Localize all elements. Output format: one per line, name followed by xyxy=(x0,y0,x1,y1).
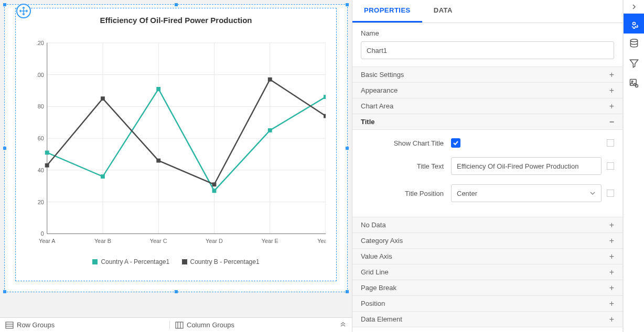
svg-point-46 xyxy=(632,23,635,25)
rail-data-button[interactable] xyxy=(624,34,645,53)
database-icon xyxy=(629,38,639,49)
properties-accordion: Basic Settings+ Appearance+ Chart Area+ … xyxy=(352,67,622,327)
chart-selection-outer[interactable]: Efficiency Of Oil-Fired Power Production… xyxy=(4,4,348,292)
resize-handle[interactable] xyxy=(346,290,349,293)
section-no-data[interactable]: No Data+ xyxy=(352,217,622,233)
design-surface[interactable]: Efficiency Of Oil-Fired Power Production… xyxy=(0,0,352,317)
collapse-panel-button[interactable] xyxy=(624,0,644,14)
legend-swatch xyxy=(92,259,98,264)
legend-swatch xyxy=(182,259,187,264)
svg-rect-28 xyxy=(45,151,49,155)
section-position[interactable]: Position+ xyxy=(352,296,622,312)
svg-text:Year C: Year C xyxy=(150,238,167,244)
svg-rect-31 xyxy=(212,189,217,193)
title-text-input[interactable] xyxy=(451,157,602,175)
plus-icon: + xyxy=(609,70,614,80)
section-appearance[interactable]: Appearance+ xyxy=(352,83,622,98)
plus-icon: + xyxy=(609,315,614,324)
section-data-element[interactable]: Data Element+ xyxy=(352,312,622,327)
rail-properties-button[interactable] xyxy=(624,14,645,34)
resize-handle[interactable] xyxy=(3,147,6,150)
chevron-right-icon xyxy=(631,4,637,10)
gear-icon xyxy=(629,18,639,29)
section-value-axis[interactable]: Value Axis+ xyxy=(352,249,622,264)
row-groups-label: Row Groups xyxy=(17,321,55,329)
resize-handle[interactable] xyxy=(3,290,6,293)
section-title-body: Show Chart Title Title Text xyxy=(352,130,622,217)
show-title-label: Show Chart Title xyxy=(361,139,451,147)
svg-point-49 xyxy=(631,81,633,82)
properties-panel: PROPERTIES DATA Name Basic Settings+ App… xyxy=(352,0,623,332)
row-groups[interactable]: Row Groups xyxy=(0,321,169,329)
svg-text:Year F: Year F xyxy=(317,238,326,244)
panel-tabs: PROPERTIES DATA xyxy=(352,0,622,23)
svg-rect-30 xyxy=(156,87,160,91)
plus-icon: + xyxy=(609,86,614,95)
tab-properties[interactable]: PROPERTIES xyxy=(352,0,422,23)
groups-bar: Row Groups Column Groups xyxy=(0,317,352,332)
section-page-break[interactable]: Page Break+ xyxy=(352,280,622,296)
plus-icon: + xyxy=(609,252,614,261)
svg-text:40: 40 xyxy=(38,167,44,173)
legend-label: Country A - Percentage1 xyxy=(101,258,169,265)
resize-handle[interactable] xyxy=(346,147,349,150)
plus-icon: + xyxy=(609,299,614,308)
svg-text:60: 60 xyxy=(38,135,44,141)
name-input[interactable] xyxy=(361,41,614,59)
collapse-groups-icon[interactable] xyxy=(339,320,352,329)
plus-icon: + xyxy=(609,283,614,293)
column-groups[interactable]: Column Groups xyxy=(169,321,339,329)
svg-rect-29 xyxy=(101,174,105,179)
legend-item: Country A - Percentage1 xyxy=(92,258,169,265)
legend-label: Country B - Percentage1 xyxy=(190,258,260,265)
svg-rect-34 xyxy=(45,163,49,168)
legend-item: Country B - Percentage1 xyxy=(182,258,260,265)
move-handle-icon[interactable] xyxy=(16,4,31,18)
svg-rect-33 xyxy=(324,95,326,99)
section-basic-settings[interactable]: Basic Settings+ xyxy=(352,67,622,83)
title-text-label: Title Text xyxy=(361,162,451,170)
svg-rect-32 xyxy=(268,128,272,132)
show-title-checkbox[interactable] xyxy=(451,138,460,148)
svg-text:Year A: Year A xyxy=(39,238,56,244)
design-canvas: Efficiency Of Oil-Fired Power Production… xyxy=(0,0,352,332)
title-position-select[interactable]: Center xyxy=(451,184,602,202)
plus-icon: + xyxy=(609,268,614,277)
svg-text:0: 0 xyxy=(41,230,44,237)
svg-rect-35 xyxy=(101,96,105,101)
check-icon xyxy=(453,140,459,146)
resize-handle[interactable] xyxy=(175,290,178,293)
svg-text:120: 120 xyxy=(37,40,44,46)
svg-rect-40 xyxy=(6,322,13,328)
minus-icon: − xyxy=(609,117,614,127)
svg-rect-36 xyxy=(156,159,160,163)
section-category-axis[interactable]: Category Axis+ xyxy=(352,233,622,249)
right-rail xyxy=(623,0,644,332)
plot-area: 020406080100120Year AYear BYear CYear DY… xyxy=(37,39,326,244)
chevron-down-icon xyxy=(589,190,596,196)
expression-toggle[interactable] xyxy=(607,162,614,170)
svg-rect-37 xyxy=(212,182,217,186)
resize-handle[interactable] xyxy=(175,3,178,6)
svg-rect-38 xyxy=(268,78,272,82)
svg-text:Year E: Year E xyxy=(262,238,278,244)
tab-data[interactable]: DATA xyxy=(422,0,464,23)
section-chart-area[interactable]: Chart Area+ xyxy=(352,98,622,114)
svg-text:Year D: Year D xyxy=(206,238,223,244)
chart-item[interactable]: Efficiency Of Oil-Fired Power Production… xyxy=(15,8,337,281)
expression-toggle[interactable] xyxy=(607,190,614,197)
plus-icon: + xyxy=(609,220,614,230)
svg-text:80: 80 xyxy=(38,103,44,109)
svg-point-47 xyxy=(630,39,637,42)
title-position-label: Title Position xyxy=(361,190,451,197)
svg-rect-43 xyxy=(176,322,183,328)
section-grid-line[interactable]: Grid Line+ xyxy=(352,264,622,280)
section-title[interactable]: Title− xyxy=(352,114,622,130)
resize-handle[interactable] xyxy=(346,3,349,6)
resize-handle[interactable] xyxy=(3,3,6,6)
chart-title: Efficiency Of Oil-Fired Power Production xyxy=(16,8,336,25)
image-gear-icon xyxy=(629,78,639,88)
expression-toggle[interactable] xyxy=(607,139,614,147)
rail-filter-button[interactable] xyxy=(624,53,645,73)
rail-image-button[interactable] xyxy=(624,73,645,93)
